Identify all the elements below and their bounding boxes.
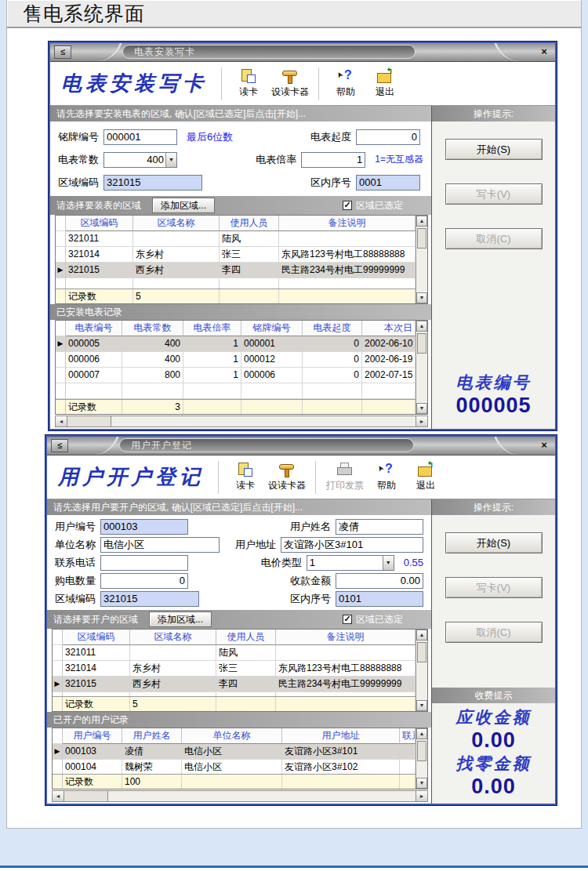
table-cell <box>183 400 241 414</box>
write-card-button[interactable]: 写卡(V) <box>445 577 543 598</box>
field-label: 区域编码 <box>58 176 103 190</box>
set-card-reader-button[interactable]: 设读卡器 <box>271 69 309 99</box>
table-cell <box>279 278 416 289</box>
price-type-select[interactable] <box>307 555 394 571</box>
field-label: 用户编号 <box>55 520 100 534</box>
scroll-left-icon[interactable]: ◄ <box>56 416 67 426</box>
scrollbar-track[interactable] <box>416 250 427 292</box>
scrollbar-thumb[interactable] <box>417 741 426 761</box>
table-row[interactable]: 000104魏树荣电信小区友谊路小区3#102 <box>53 760 416 774</box>
cancel-button[interactable]: 取消(C) <box>445 228 543 249</box>
meter-records-band: 已安装电表记录 <box>50 304 431 320</box>
meter-start-reading-input[interactable] <box>356 129 420 145</box>
region-code-field[interactable] <box>100 591 199 607</box>
user-name-input[interactable] <box>336 519 423 535</box>
area-serial-field[interactable] <box>336 591 423 607</box>
scrollbar-thumb[interactable] <box>417 228 426 249</box>
row-selector <box>56 231 66 247</box>
help-button[interactable]: ➤? 帮助 <box>329 69 362 99</box>
scrollbar-thumb[interactable] <box>67 416 111 426</box>
org-name-input[interactable] <box>100 537 220 553</box>
start-button[interactable]: 开始(S) <box>445 139 543 160</box>
table-row[interactable]: 000006400100001202002-06-19 <box>56 352 416 368</box>
nameplate-number-input[interactable] <box>103 129 177 145</box>
scroll-down-icon[interactable]: ▼ <box>416 292 427 303</box>
table-cell: 100 <box>122 775 182 789</box>
exit-button[interactable]: 退出 <box>409 463 442 492</box>
row-selector: ▶ <box>56 336 66 352</box>
write-card-button[interactable]: 写卡(V) <box>445 183 543 205</box>
scroll-down-icon[interactable]: ▼ <box>416 700 427 711</box>
dropdown-arrow-icon[interactable]: ▼ <box>165 153 176 167</box>
row-selector <box>53 760 63 774</box>
vertical-scrollbar[interactable]: ▲▼ <box>416 630 427 711</box>
horizontal-scrollbar[interactable]: ◄ ► <box>52 790 428 802</box>
table-cell: 000001 <box>241 336 303 352</box>
table-row[interactable]: ▶000005400100000102002-06-10 <box>56 336 416 352</box>
vertical-scrollbar[interactable]: ▲▼ <box>416 216 427 303</box>
meter-ratio-input[interactable] <box>301 152 365 168</box>
region-selected-checkbox[interactable] <box>343 201 352 210</box>
table-row[interactable]: ▶321015西乡村李四民主路234号村电工99999999 <box>56 263 416 278</box>
scroll-down-icon[interactable]: ▼ <box>416 778 427 789</box>
read-card-button[interactable]: 读卡 <box>232 69 265 99</box>
cancel-button[interactable]: 取消(C) <box>445 622 543 643</box>
table-row[interactable]: 321011陆风 <box>53 645 416 661</box>
table-cell: 记录数 <box>63 775 122 789</box>
phone-input[interactable] <box>100 555 188 571</box>
region-code-field[interactable] <box>103 175 202 191</box>
scroll-up-icon[interactable]: ▲ <box>416 728 427 739</box>
scrollbar-thumb[interactable] <box>417 642 426 662</box>
toolbar-divider <box>221 67 223 100</box>
table-row[interactable]: 321014东乡村张三东风路123号村电工88888888 <box>56 247 416 263</box>
area-serial-field[interactable] <box>356 175 420 191</box>
scrollbar-track[interactable] <box>108 791 416 801</box>
region-selected-checkbox[interactable] <box>343 615 352 624</box>
table-row[interactable]: ▶321015西乡村李四民主路234号村电工99999999 <box>53 677 416 692</box>
amount-received-input[interactable] <box>336 573 423 589</box>
table-row[interactable]: 321011陆风 <box>56 231 416 247</box>
scroll-right-icon[interactable]: ► <box>416 416 427 426</box>
scroll-up-icon[interactable]: ▲ <box>416 321 427 332</box>
column-header: 用户地址 <box>282 728 400 744</box>
set-card-reader-button[interactable]: 设读卡器 <box>268 463 306 492</box>
scrollbar-thumb[interactable] <box>417 333 426 354</box>
exit-button[interactable]: 退出 <box>368 69 401 99</box>
scrollbar-track[interactable] <box>111 416 416 426</box>
scrollbar-track[interactable] <box>416 355 427 403</box>
table-row[interactable]: 000007800100000602002-07-15 <box>56 368 416 383</box>
scroll-right-icon[interactable]: ► <box>416 791 427 801</box>
add-region-button[interactable]: 添加区域... <box>152 198 215 213</box>
column-header: 电表编号 <box>66 321 122 336</box>
purchase-qty-input[interactable] <box>100 573 188 589</box>
scroll-up-icon[interactable]: ▲ <box>416 630 427 641</box>
help-button[interactable]: ➤? 帮助 <box>370 463 403 492</box>
table-cell <box>130 645 216 661</box>
table-cell: 张三 <box>216 661 276 677</box>
dropdown-arrow-icon[interactable]: ▼ <box>383 556 394 570</box>
start-button[interactable]: 开始(S) <box>445 532 543 553</box>
scroll-up-icon[interactable]: ▲ <box>416 216 427 227</box>
close-icon[interactable]: × <box>538 45 550 58</box>
table-row[interactable]: 321014东乡村张三东风路123号村电工88888888 <box>53 661 416 677</box>
window-title: 电表安装写卡 <box>122 45 416 59</box>
titlebar-swoosh <box>494 43 531 61</box>
bottom-strip <box>0 868 588 871</box>
scroll-left-icon[interactable]: ◄ <box>53 791 64 801</box>
read-card-button[interactable]: 读卡 <box>229 463 262 492</box>
print-invoice-button[interactable]: 打印发票 <box>326 463 364 492</box>
add-region-button[interactable]: 添加区域... <box>149 612 212 627</box>
vertical-scrollbar[interactable]: ▲▼ <box>416 321 427 414</box>
scroll-down-icon[interactable]: ▼ <box>416 403 427 414</box>
reader-settings-icon <box>281 69 299 85</box>
scrollbar-thumb[interactable] <box>64 791 108 801</box>
user-address-input[interactable] <box>281 537 423 553</box>
table-row[interactable]: ▶000103凌倩电信小区友谊路小区3#101 <box>53 744 416 760</box>
scrollbar-track[interactable] <box>416 664 427 700</box>
scrollbar-track[interactable] <box>416 763 427 778</box>
column-header: 铭牌编号 <box>241 321 303 336</box>
vertical-scrollbar[interactable]: ▲▼ <box>416 728 427 789</box>
close-icon[interactable]: × <box>538 439 550 452</box>
horizontal-scrollbar[interactable]: ◄ ► <box>55 416 428 427</box>
user-number-field[interactable] <box>100 519 188 535</box>
